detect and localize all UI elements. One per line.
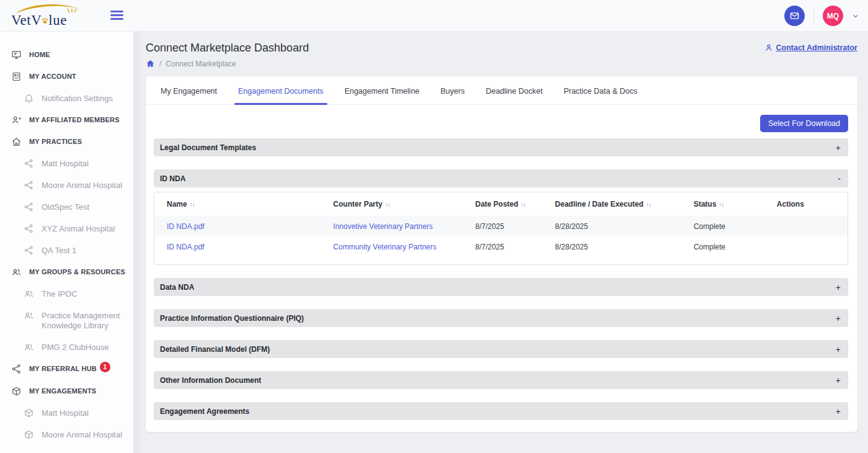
- header-divider: [813, 8, 814, 24]
- sidebar-item-practice-oldspec-test[interactable]: OldSpec Test: [0, 196, 133, 218]
- column-header-deadline[interactable]: Deadline / Date Executed↑↓: [542, 200, 681, 209]
- accordion-piq: Practice Information Questionnaire (PIQ)…: [154, 309, 848, 327]
- collapse-icon: -: [838, 174, 841, 183]
- sidebar-item-my-affiliated-members[interactable]: MY AFFILIATED MEMBERS: [0, 109, 133, 131]
- sidebar-item-engagement-matt-hospital[interactable]: Matt Hospital: [0, 402, 133, 424]
- share-icon: [11, 364, 22, 374]
- accordion-header-piq[interactable]: Practice Information Questionnaire (PIQ)…: [154, 309, 848, 327]
- package-icon: [24, 429, 34, 440]
- sort-icon[interactable]: ↑↓: [385, 201, 390, 208]
- sidebar-item-practice-moore-animal-hospital[interactable]: Moore Animal Hospital: [0, 174, 133, 196]
- network-icon: [24, 202, 34, 212]
- bell-icon: [24, 93, 34, 104]
- tab-practice-data-docs[interactable]: Practice Data & Docs: [562, 76, 639, 104]
- sort-icon[interactable]: ↑↓: [719, 201, 724, 208]
- tab-deadline-docket[interactable]: Deadline Docket: [484, 76, 544, 104]
- tab-engagement-timeline[interactable]: Engagement Timeline: [343, 76, 421, 104]
- sidebar-scrollbar[interactable]: [133, 32, 140, 453]
- user-plus-icon: [11, 115, 22, 125]
- sidebar-item-my-groups-resources[interactable]: MY GROUPS & RESOURCES: [0, 261, 133, 283]
- network-icon: [24, 245, 34, 256]
- sidebar-item-home[interactable]: HOME: [0, 44, 133, 66]
- table-row: ID NDA.pdf Community Veterinary Partners…: [154, 236, 848, 257]
- accordion-header-dfm[interactable]: Detailed Financial Model (DFM) +: [154, 340, 848, 358]
- deadline-cell: 8/28/2025: [542, 243, 681, 251]
- date-posted-cell: 8/7/2025: [463, 222, 543, 231]
- network-icon: [24, 180, 34, 191]
- sidebar-item-group-pmg-2-clubhouse[interactable]: PMG 2 ClubHouse: [0, 336, 133, 358]
- envelope-icon: [789, 11, 800, 21]
- column-header-date-posted[interactable]: Date Posted↑↓: [463, 200, 543, 209]
- tab-engagement-documents[interactable]: Engagement Documents: [237, 76, 325, 104]
- sidebar-item-group-the-ipoc[interactable]: The IPOC: [0, 283, 133, 305]
- select-for-download-button[interactable]: Select For Download: [760, 115, 848, 132]
- sort-icon[interactable]: ↑↓: [521, 201, 526, 208]
- users-icon: [24, 289, 34, 299]
- tab-buyers[interactable]: Buyers: [440, 76, 466, 104]
- sort-icon[interactable]: ↑↓: [190, 201, 195, 208]
- accordion-header-other-information-document[interactable]: Other Information Document +: [154, 371, 848, 389]
- package-icon: [24, 408, 34, 418]
- referral-hub-badge: 1: [100, 362, 110, 372]
- contact-administrator-link[interactable]: Contact Administrator: [764, 43, 858, 52]
- date-posted-cell: 8/7/2025: [463, 243, 543, 251]
- dashboard-icon: [11, 50, 22, 60]
- home-icon: [11, 137, 22, 147]
- column-header-name[interactable]: Name↑↓: [154, 200, 321, 209]
- sidebar-item-practice-qa-test-1[interactable]: QA Test 1: [0, 240, 133, 261]
- accordion-header-legal-document-templates[interactable]: Legal Document Templates +: [154, 138, 848, 156]
- table-header-row: Name↑↓ Counter Party↑↓ Date Posted↑↓ Dea…: [154, 192, 848, 216]
- counter-party-link[interactable]: Innovetive Veterinary Partners: [333, 222, 433, 231]
- accordion-data-nda: Data NDA +: [154, 278, 848, 296]
- network-icon: [24, 223, 34, 234]
- table-row: ID NDA.pdf Innovetive Veterinary Partner…: [154, 216, 848, 236]
- accordion-id-nda: ID NDA - Name↑↓ Counter Party↑↓ Date Pos…: [154, 169, 848, 265]
- sidebar-item-my-referral-hub[interactable]: MY REFERRAL HUB1: [0, 358, 133, 380]
- id-card-icon: [11, 71, 22, 82]
- tab-my-engagement[interactable]: My Engagement: [159, 76, 218, 104]
- status-cell: Complete: [681, 222, 764, 231]
- top-header: VetVlue MQ: [0, 0, 868, 32]
- document-link[interactable]: ID NDA.pdf: [167, 222, 205, 231]
- accordion-header-engagement-agreements[interactable]: Engagement Agreements +: [154, 402, 848, 420]
- account-chevron-down-icon[interactable]: [852, 12, 859, 20]
- breadcrumb: / Connect Marketplace: [146, 59, 309, 68]
- package-icon: [11, 386, 22, 397]
- sidebar-item-notification-settings[interactable]: Notification Settings: [0, 87, 133, 109]
- page-title: Connect Marketplace Dashboard: [146, 42, 309, 55]
- accordion-header-data-nda[interactable]: Data NDA +: [154, 278, 848, 296]
- sidebar-item-practice-xyz-animal-hospital[interactable]: XYZ Animal Hospital: [0, 218, 133, 240]
- status-cell: Complete: [681, 243, 764, 251]
- users-icon: [24, 342, 34, 352]
- sidebar-item-my-engagements[interactable]: MY ENGAGEMENTS: [0, 380, 133, 402]
- expand-icon: +: [836, 407, 841, 416]
- breadcrumb-current: Connect Marketplace: [166, 60, 236, 68]
- brand-text: VetVlue: [11, 12, 67, 29]
- dashboard-card: My Engagement Engagement Documents Engag…: [146, 76, 857, 432]
- vetvalue-logo[interactable]: VetVlue: [10, 2, 91, 30]
- network-icon: [24, 158, 34, 169]
- counter-party-link[interactable]: Community Veterinary Partners: [333, 243, 436, 251]
- sidebar-item-practice-matt-hospital[interactable]: Matt Hospital: [0, 153, 133, 174]
- tab-bar: My Engagement Engagement Documents Engag…: [146, 76, 857, 105]
- expand-icon: +: [836, 143, 841, 152]
- menu-toggle-icon[interactable]: [110, 11, 123, 20]
- messages-button[interactable]: [784, 6, 805, 26]
- column-header-status[interactable]: Status↑↓: [681, 200, 764, 209]
- breadcrumb-home-icon[interactable]: [146, 59, 155, 68]
- sort-icon[interactable]: ↑↓: [646, 201, 651, 208]
- sidebar-item-my-account[interactable]: MY ACCOUNT: [0, 66, 133, 87]
- sidebar-item-my-practices[interactable]: MY PRACTICES: [0, 131, 133, 153]
- users-icon: [11, 267, 22, 277]
- accordion-engagement-agreements: Engagement Agreements +: [154, 402, 848, 420]
- accordion-header-id-nda[interactable]: ID NDA -: [154, 169, 848, 187]
- user-avatar[interactable]: MQ: [823, 6, 843, 26]
- expand-icon: +: [836, 314, 841, 323]
- sidebar-item-engagement-moore-animal-hospital[interactable]: Moore Animal Hospital: [0, 424, 133, 446]
- document-link[interactable]: ID NDA.pdf: [167, 243, 205, 251]
- column-header-counter-party[interactable]: Counter Party↑↓: [321, 200, 463, 209]
- sidebar-item-group-practice-management-knowledge-library[interactable]: Practice Management Knowledge Library: [0, 305, 133, 336]
- person-icon: [764, 43, 773, 52]
- accordion-other-information-document: Other Information Document +: [154, 371, 848, 389]
- id-nda-table: Name↑↓ Counter Party↑↓ Date Posted↑↓ Dea…: [154, 192, 848, 265]
